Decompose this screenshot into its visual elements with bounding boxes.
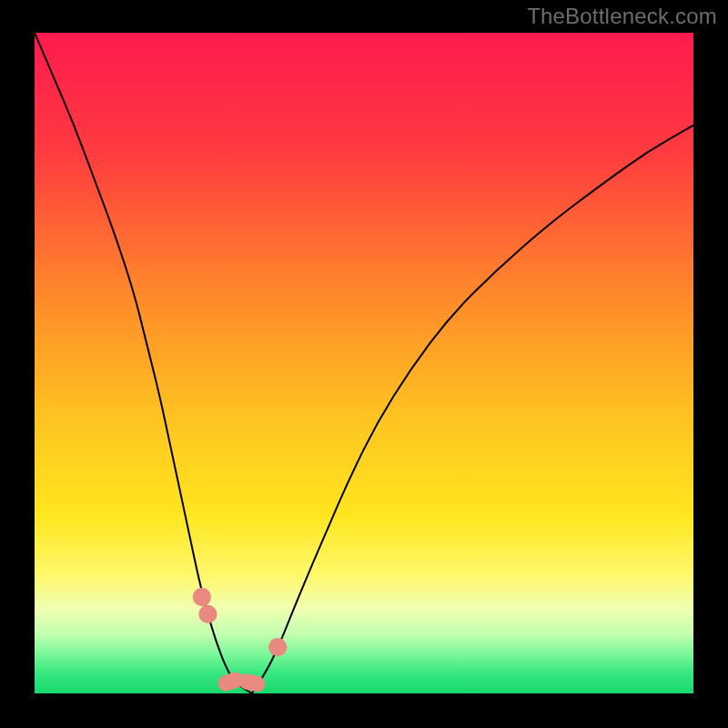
watermark-text: TheBottleneck.com: [527, 4, 717, 29]
chart-frame: TheBottleneck.com: [0, 0, 728, 728]
bottleneck-chart: [35, 33, 693, 693]
marker-dot-0: [198, 605, 217, 623]
marker-dot-4: [268, 638, 287, 656]
plot-area: [35, 33, 693, 693]
gradient-background: [35, 33, 693, 693]
marker-dot-1: [193, 588, 211, 606]
